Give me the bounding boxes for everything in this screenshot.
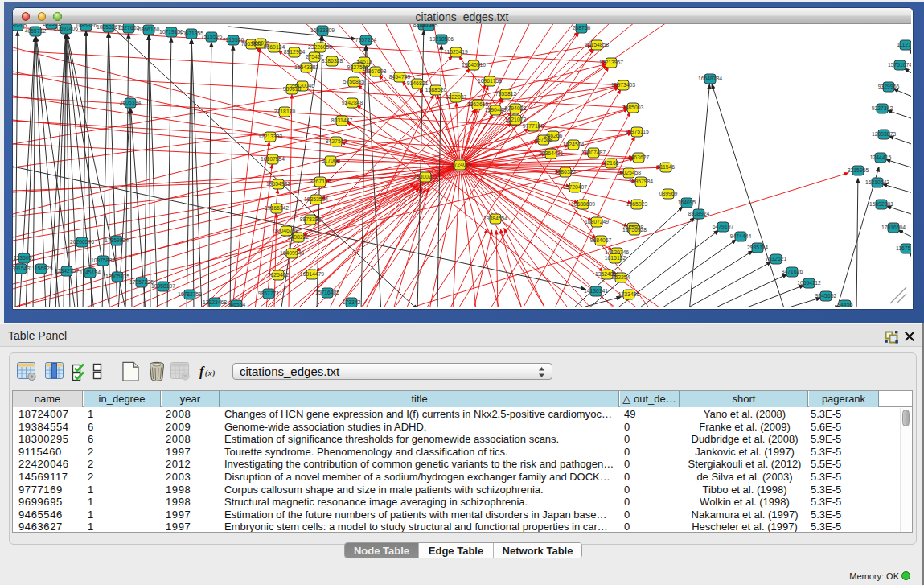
- svg-text:2605334: 2605334: [120, 100, 142, 105]
- svg-text:817006: 817006: [322, 158, 340, 163]
- svg-text:10046798: 10046798: [274, 228, 298, 233]
- svg-text:19218506: 19218506: [429, 36, 454, 42]
- svg-text:18724007: 18724007: [448, 162, 472, 167]
- svg-text:12213383: 12213383: [258, 134, 282, 139]
- svg-text:9242848: 9242848: [342, 100, 363, 105]
- svg-text:17359924: 17359924: [105, 237, 129, 243]
- svg-text:989618: 989618: [283, 86, 302, 92]
- svg-text:8912954: 8912954: [284, 49, 306, 55]
- svg-text:8031447: 8031447: [331, 117, 353, 123]
- svg-text:16807487: 16807487: [581, 150, 606, 155]
- svg-text:881305: 881305: [420, 24, 438, 28]
- svg-text:15751074: 15751074: [888, 62, 911, 68]
- svg-text:946554: 946554: [228, 302, 246, 307]
- svg-text:20364436: 20364436: [539, 150, 563, 156]
- svg-text:2718170: 2718170: [274, 109, 296, 114]
- svg-text:14136141: 14136141: [584, 288, 608, 294]
- svg-text:12093873: 12093873: [872, 131, 896, 137]
- svg-text:8186328: 8186328: [322, 58, 343, 64]
- svg-text:911546: 911546: [657, 164, 675, 170]
- svg-text:10025458: 10025458: [617, 170, 641, 175]
- svg-text:10756928: 10756928: [622, 227, 647, 233]
- svg-text:8322037: 8322037: [446, 94, 467, 100]
- svg-text:9684067: 9684067: [590, 237, 612, 243]
- svg-text:7955812: 7955812: [495, 91, 517, 97]
- svg-text:6479197: 6479197: [713, 224, 734, 229]
- svg-text:9245652: 9245652: [815, 293, 837, 299]
- svg-text:16033809: 16033809: [310, 27, 335, 33]
- svg-text:1527602: 1527602: [118, 25, 140, 31]
- svg-text:7625402: 7625402: [268, 272, 290, 278]
- svg-text:11156829: 11156829: [29, 266, 52, 271]
- svg-text:16648784: 16648784: [698, 76, 722, 81]
- svg-text:1990443: 1990443: [485, 107, 507, 113]
- svg-text:54612: 54612: [357, 59, 372, 64]
- svg-text:268766: 268766: [573, 25, 591, 31]
- svg-text:14120746: 14120746: [605, 249, 629, 255]
- svg-text:8878332: 8878332: [300, 216, 322, 222]
- svg-text:5756885: 5756885: [343, 79, 365, 84]
- svg-text:497588: 497588: [535, 137, 553, 142]
- svg-text:10973403: 10973403: [611, 82, 635, 88]
- svg-text:18807249: 18807249: [585, 219, 609, 225]
- svg-text:1624514: 1624514: [563, 142, 585, 147]
- svg-text:8454749: 8454749: [389, 74, 411, 80]
- svg-text:18353594: 18353594: [304, 196, 328, 202]
- svg-text:1733426: 1733426: [618, 291, 640, 297]
- svg-text:11525419: 11525419: [444, 49, 468, 55]
- svg-text:16154858: 16154858: [585, 42, 609, 47]
- svg-text:23226058: 23226058: [308, 44, 332, 50]
- svg-text:1085326: 1085326: [76, 24, 97, 28]
- svg-text:94456: 94456: [838, 302, 853, 307]
- svg-text:089969: 089969: [659, 191, 678, 196]
- svg-text:10654112: 10654112: [797, 280, 821, 286]
- svg-text:2986322: 2986322: [555, 169, 577, 175]
- svg-text:25300213: 25300213: [413, 174, 437, 179]
- svg-text:7515526: 7515526: [201, 34, 223, 39]
- svg-text:17957225: 17957225: [129, 279, 154, 285]
- svg-text:12213967: 12213967: [599, 60, 623, 65]
- svg-text:1244415: 1244415: [870, 154, 892, 160]
- svg-text:3215955: 3215955: [848, 167, 869, 173]
- svg-text:16914479: 16914479: [300, 271, 324, 277]
- svg-text:391543: 391543: [13, 266, 31, 271]
- svg-text:15716485: 15716485: [315, 290, 339, 295]
- svg-text:15692901: 15692901: [869, 201, 893, 207]
- svg-text:12342757: 12342757: [55, 268, 79, 274]
- svg-text:13640910: 13640910: [462, 62, 486, 68]
- svg-text:17016504: 17016504: [881, 225, 906, 230]
- svg-text:9146821: 9146821: [407, 80, 429, 86]
- svg-text:16107554: 16107554: [261, 156, 285, 162]
- svg-text:7485003: 7485003: [622, 105, 644, 110]
- svg-text:7957224: 7957224: [355, 37, 377, 43]
- svg-text:3267110: 3267110: [310, 179, 331, 184]
- svg-text:15720407: 15720407: [563, 184, 587, 190]
- svg-text:9660124: 9660124: [264, 44, 285, 50]
- svg-text:9474444: 9474444: [730, 233, 752, 239]
- svg-text:9329966: 9329966: [878, 84, 900, 89]
- svg-text:164095: 164095: [678, 200, 696, 205]
- svg-text:17975115: 17975115: [625, 129, 649, 134]
- svg-text:3498222: 3498222: [288, 234, 310, 240]
- svg-text:8427512: 8427512: [326, 138, 347, 144]
- svg-text:4055712: 4055712: [25, 28, 47, 34]
- svg-text:10975887: 10975887: [91, 257, 115, 263]
- svg-text:252254: 252254: [612, 274, 630, 280]
- svg-text:12505135: 12505135: [105, 274, 129, 279]
- svg-text:2935114: 2935114: [747, 245, 768, 250]
- svg-text:10688609: 10688609: [571, 201, 595, 207]
- svg-text:20206576: 20206576: [70, 239, 94, 245]
- svg-text:19654983: 19654983: [266, 181, 290, 187]
- svg-text:2367608: 2367608: [365, 68, 387, 74]
- svg-text:10958107: 10958107: [151, 283, 175, 289]
- svg-text:1615132: 1615132: [605, 255, 626, 261]
- svg-text:62166: 62166: [604, 160, 619, 166]
- svg-text:16210643: 16210643: [865, 179, 889, 185]
- svg-text:16543382: 16543382: [294, 64, 318, 70]
- svg-text:6966160: 6966160: [138, 27, 160, 32]
- svg-text:8938924: 8938924: [688, 211, 710, 216]
- svg-text:16961758: 16961758: [478, 78, 502, 84]
- svg-text:12323468: 12323468: [203, 299, 227, 305]
- svg-text:f: f: [199, 365, 205, 379]
- svg-text:1962615: 1962615: [467, 101, 489, 107]
